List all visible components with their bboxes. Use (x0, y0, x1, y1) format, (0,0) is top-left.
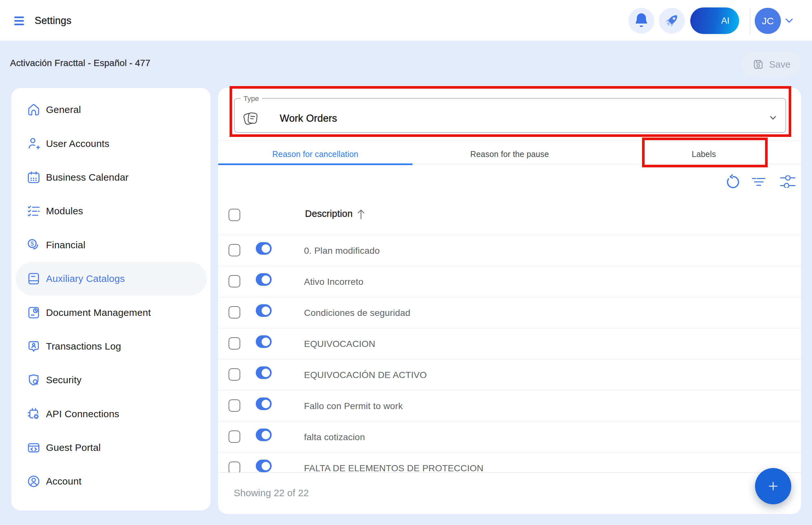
svg-text:$: $ (30, 240, 34, 247)
